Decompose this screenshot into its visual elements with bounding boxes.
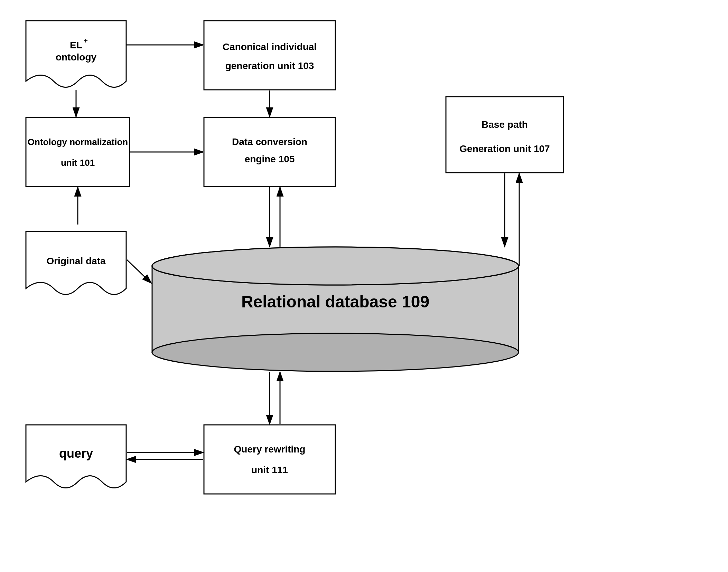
svg-text:generation unit 103: generation unit 103 xyxy=(225,60,314,71)
svg-text:ontology: ontology xyxy=(56,52,97,63)
svg-text:unit 111: unit 111 xyxy=(251,465,288,475)
svg-line-36 xyxy=(127,260,151,283)
svg-text:Original data: Original data xyxy=(46,256,106,266)
svg-rect-8 xyxy=(26,117,130,187)
el-ontology-shape: EL + ontology xyxy=(26,21,126,87)
original-data-shape: Original data xyxy=(26,231,126,295)
diagram: EL + ontology Canonical individual gener… xyxy=(0,0,728,572)
svg-text:Generation unit 107: Generation unit 107 xyxy=(459,143,550,154)
arrows-svg: EL + ontology Canonical individual gener… xyxy=(0,0,728,572)
svg-text:+: + xyxy=(84,37,88,45)
svg-text:Data conversion: Data conversion xyxy=(232,136,307,147)
svg-point-20 xyxy=(152,333,519,371)
svg-text:unit 101: unit 101 xyxy=(61,158,95,168)
svg-text:query: query xyxy=(59,446,93,460)
svg-point-21 xyxy=(152,247,519,285)
svg-text:Base path: Base path xyxy=(482,119,528,130)
query-shape: query xyxy=(26,425,126,488)
svg-rect-5 xyxy=(204,21,335,90)
svg-text:EL: EL xyxy=(70,40,82,50)
svg-rect-24 xyxy=(204,425,335,494)
svg-point-19 xyxy=(152,247,519,285)
svg-text:Query rewriting: Query rewriting xyxy=(234,444,306,455)
svg-rect-18 xyxy=(152,266,519,352)
svg-rect-14 xyxy=(446,97,563,173)
svg-rect-11 xyxy=(204,117,335,187)
database-cylinder: Relational database 109 xyxy=(152,247,519,371)
svg-text:Canonical individual: Canonical individual xyxy=(223,41,317,52)
svg-text:Ontology normalization: Ontology normalization xyxy=(28,137,128,147)
svg-text:engine 105: engine 105 xyxy=(245,154,295,164)
svg-text:Relational database 109: Relational database 109 xyxy=(241,293,429,311)
